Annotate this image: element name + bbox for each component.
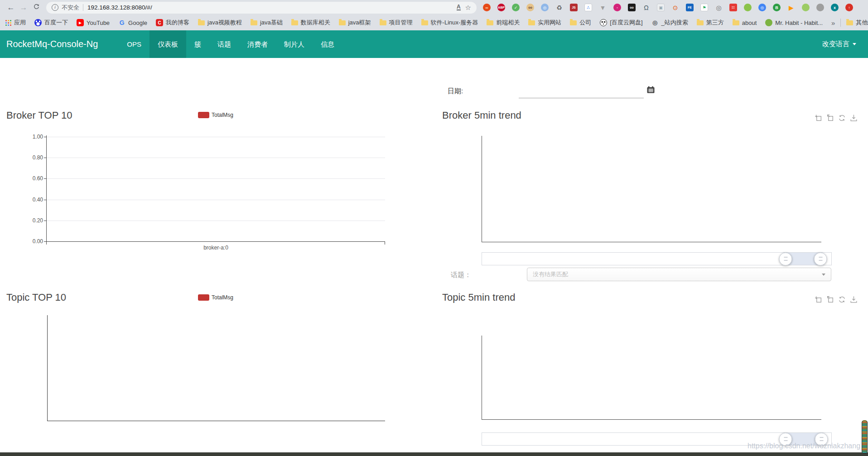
topic-select[interactable]: 没有结果匹配 (527, 268, 831, 281)
save-image-icon[interactable] (850, 296, 858, 303)
nav-tab-cluster[interactable]: 簇 (186, 30, 209, 58)
spiral-icon[interactable]: ◎ (715, 4, 723, 11)
js-blocker-icon[interactable]: JS (570, 4, 578, 11)
owl-icon[interactable]: oo (526, 4, 534, 11)
calendar-icon[interactable] (647, 86, 655, 95)
bookmark-item[interactable]: 应用 (5, 19, 26, 27)
bookmark-item[interactable]: java视频教程 (198, 19, 242, 27)
nav-tab-consumer[interactable]: 消费者 (239, 30, 276, 58)
datazoom-handle-right[interactable] (814, 252, 827, 265)
wechat-icon[interactable] (744, 4, 752, 11)
nav-tab-topic[interactable]: 话题 (209, 30, 239, 58)
orange-play-icon[interactable]: ▶ (787, 4, 795, 11)
nav-tab-producer[interactable]: 制片人 (276, 30, 313, 58)
bookmark-item[interactable]: java框架 (339, 19, 371, 27)
green-b-icon[interactable]: B (773, 4, 781, 11)
data-zoom-reset-icon[interactable] (826, 114, 834, 122)
bookmark-label: 数据库相关 (301, 19, 330, 27)
change-language-dropdown[interactable]: 改变语言 (822, 40, 856, 48)
bookmark-item[interactable]: ⊕_站内搜索 (651, 19, 688, 27)
divider (83, 4, 83, 11)
bookmark-label: about (742, 19, 757, 26)
puzzle-icon[interactable] (816, 4, 824, 11)
refresh-icon[interactable] (30, 3, 43, 12)
bookmark-label: 软件-Linux-服务器 (431, 19, 478, 27)
url-bar[interactable]: i 不安全 192.168.32.128:8080/#/ A ☆ (46, 2, 477, 14)
bookmark-star-icon[interactable]: ☆ (465, 4, 471, 12)
color-wheel-icon[interactable]: ◎ (758, 4, 766, 11)
legend-label: TotalMsg (212, 112, 233, 118)
window-copy-icon[interactable]: ▣ (657, 4, 665, 11)
bookmark-item[interactable]: 公司 (570, 19, 591, 27)
data-zoom-icon[interactable] (815, 296, 822, 303)
back-icon[interactable]: ← (5, 3, 17, 12)
chart-title-topic-top10: Topic TOP 10 (6, 292, 66, 303)
bookmark-label: 项目管理 (389, 19, 413, 27)
divider (840, 19, 841, 27)
bookmark-item[interactable]: C我的博客 (156, 19, 189, 27)
date-input[interactable] (519, 86, 644, 98)
nav-tab-dashboard[interactable]: 仪表板 (149, 30, 186, 58)
nav-tab-ops[interactable]: OPS (119, 30, 149, 58)
nav-tab-message[interactable]: 信息 (313, 30, 342, 58)
bookmark-item[interactable]: 第三方 (697, 19, 724, 27)
data-zoom-reset-icon[interactable] (826, 296, 834, 303)
bookmark-item[interactable]: [百度云网盘] (600, 19, 642, 27)
bookmark-item[interactable]: GGoogle (118, 19, 147, 26)
gridline (47, 178, 385, 179)
google-icon: G (118, 19, 125, 26)
csdn-icon: C (156, 19, 163, 26)
forward-icon[interactable]: → (17, 3, 30, 12)
translate-icon[interactable]: A (457, 5, 461, 10)
black-player-icon[interactable]: oo (628, 4, 636, 11)
save-image-icon[interactable] (850, 114, 858, 122)
recycle-icon[interactable]: ♻ (555, 4, 563, 11)
bookmark-item[interactable]: 软件-Linux-服务器 (421, 19, 478, 27)
water-swirl-icon[interactable]: ◎ (541, 4, 549, 11)
adblock-plus-icon[interactable]: ABP (497, 4, 505, 11)
red-dice-icon[interactable]: ∷ (729, 4, 737, 11)
pink-dot-icon[interactable]: ◦ (613, 4, 621, 11)
bookmark-item[interactable]: Mr. Habit - Habit... (765, 19, 823, 26)
bookmark-item[interactable]: 数据库相关 (291, 19, 330, 27)
data-zoom-icon[interactable] (815, 114, 822, 122)
legend-totalmsg[interactable]: TotalMsg (198, 112, 233, 118)
bookmark-item[interactable]: ▶YouTube (77, 19, 110, 26)
y-tick (44, 221, 47, 221)
y-tick (44, 178, 47, 179)
refresh-icon[interactable] (838, 296, 846, 303)
v-shape-icon[interactable]: ▼ (599, 4, 607, 11)
datazoom-slider[interactable] (482, 252, 832, 265)
bookmark-item[interactable]: 前端相关 (487, 19, 520, 27)
share-nodes-icon[interactable]: ∴ (584, 4, 592, 11)
bookmark-item[interactable]: java基础 (251, 19, 283, 27)
bookmarks-overflow-icon[interactable]: » (831, 19, 835, 27)
person-search-icon[interactable]: Ω (642, 4, 650, 11)
info-icon[interactable]: i (52, 4, 58, 11)
seed-icon[interactable] (802, 4, 810, 11)
bookmark-item[interactable]: 实用网站 (528, 19, 561, 27)
shield-check-icon[interactable]: ✓ (512, 4, 520, 11)
scrollbar-thumb[interactable] (862, 420, 868, 454)
refresh-icon[interactable] (838, 114, 846, 122)
app-navbar: RocketMq-Console-Ng OPS仪表板簇话题消费者制片人信息 改变… (0, 30, 868, 58)
bookmark-item[interactable]: 百度一下 (34, 19, 68, 27)
brand-title[interactable]: RocketMq-Console-Ng (6, 39, 98, 49)
profile-avatar[interactable]: x (831, 4, 839, 11)
bookmark-label: [百度云网盘] (610, 19, 642, 27)
apps-grid-icon (5, 20, 11, 26)
other-bookmarks[interactable]: 其他书签 (846, 19, 868, 27)
proxy-switchy-icon[interactable]: ∞ (483, 4, 491, 11)
gridline (47, 137, 385, 137)
bookmark-item[interactable]: 项目管理 (380, 19, 413, 27)
url-text[interactable]: 192.168.32.128:8080/#/ (87, 4, 152, 11)
green-flag-icon[interactable]: ⚑ (700, 4, 708, 11)
folder-icon (487, 20, 493, 25)
folder-icon (380, 20, 386, 25)
org-person-icon[interactable]: ⊙ (671, 4, 679, 11)
datazoom-handle-left[interactable] (779, 252, 792, 265)
chrome-menu-update-icon[interactable]: ↑ (845, 4, 853, 11)
fe-icon[interactable]: FE (686, 4, 694, 11)
bookmark-item[interactable]: about (733, 19, 757, 26)
legend-totalmsg[interactable]: TotalMsg (198, 294, 233, 301)
